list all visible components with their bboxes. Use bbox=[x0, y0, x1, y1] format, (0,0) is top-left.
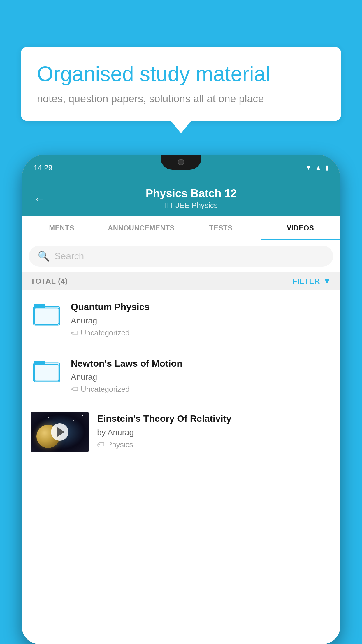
svg-rect-5 bbox=[34, 365, 59, 381]
search-bar-container: 🔍 Search bbox=[22, 240, 340, 272]
video-author: Anurag bbox=[71, 372, 331, 382]
tag-label: Uncategorized bbox=[81, 328, 130, 337]
phone-screen: 14:29 ▼ ▲ ▮ ← Physics Batch 12 IIT JEE P… bbox=[22, 155, 340, 644]
video-info: Quantum Physics Anurag 🏷 Uncategorized bbox=[71, 300, 331, 337]
search-placeholder: Search bbox=[55, 251, 84, 262]
filter-button[interactable]: FILTER ▼ bbox=[292, 276, 331, 286]
total-count: TOTAL (4) bbox=[31, 277, 68, 286]
phone-frame: 14:29 ▼ ▲ ▮ ← Physics Batch 12 IIT JEE P… bbox=[22, 155, 340, 644]
search-bar[interactable]: 🔍 Search bbox=[29, 246, 333, 267]
bubble-title: Organised study material bbox=[37, 61, 325, 86]
speech-bubble: Organised study material notes, question… bbox=[21, 47, 341, 121]
header-title-block: Physics Batch 12 IIT JEE Physics bbox=[54, 187, 328, 210]
video-tag: 🏷 Physics bbox=[97, 440, 331, 449]
svg-rect-2 bbox=[34, 308, 59, 324]
tabs-bar: MENTS ANNOUNCEMENTS TESTS VIDEOS bbox=[22, 216, 340, 240]
app-header: ← Physics Batch 12 IIT JEE Physics bbox=[22, 181, 340, 216]
status-icons: ▼ ▲ ▮ bbox=[305, 164, 328, 172]
video-tag: 🏷 Uncategorized bbox=[71, 328, 331, 337]
video-title: Einstein's Theory Of Relativity bbox=[97, 413, 331, 425]
camera bbox=[178, 159, 184, 165]
battery-icon: ▮ bbox=[325, 164, 328, 172]
tab-ments[interactable]: MENTS bbox=[22, 216, 101, 240]
signal-icon: ▲ bbox=[315, 164, 321, 172]
video-author: Anurag bbox=[71, 316, 331, 326]
tag-label: Physics bbox=[107, 440, 133, 449]
status-bar: 14:29 ▼ ▲ ▮ bbox=[22, 155, 340, 181]
list-item[interactable]: Einstein's Theory Of Relativity by Anura… bbox=[22, 403, 340, 461]
list-item[interactable]: Quantum Physics Anurag 🏷 Uncategorized bbox=[22, 290, 340, 347]
video-info: Einstein's Theory Of Relativity by Anura… bbox=[97, 412, 331, 449]
list-item[interactable]: Newton's Laws of Motion Anurag 🏷 Uncateg… bbox=[22, 347, 340, 404]
play-triangle-icon bbox=[57, 427, 65, 437]
filter-label: FILTER bbox=[292, 277, 320, 286]
tab-announcements[interactable]: ANNOUNCEMENTS bbox=[101, 216, 181, 240]
status-time: 14:29 bbox=[34, 163, 52, 172]
video-title: Newton's Laws of Motion bbox=[71, 358, 331, 370]
video-author: by Anurag bbox=[97, 428, 331, 437]
video-title: Quantum Physics bbox=[71, 301, 331, 313]
play-button[interactable] bbox=[51, 423, 68, 441]
tab-tests[interactable]: TESTS bbox=[181, 216, 261, 240]
filter-icon: ▼ bbox=[323, 276, 331, 286]
notch bbox=[161, 155, 201, 170]
star bbox=[73, 420, 74, 421]
video-tag: 🏷 Uncategorized bbox=[71, 385, 331, 394]
search-icon: 🔍 bbox=[38, 250, 50, 262]
tag-icon: 🏷 bbox=[71, 385, 78, 394]
back-button[interactable]: ← bbox=[34, 192, 45, 205]
header-title: Physics Batch 12 bbox=[54, 187, 328, 200]
video-info: Newton's Laws of Motion Anurag 🏷 Uncateg… bbox=[71, 356, 331, 394]
tag-icon: 🏷 bbox=[71, 328, 78, 337]
screen-content: 🔍 Search TOTAL (4) FILTER ▼ bbox=[22, 240, 340, 644]
tag-label: Uncategorized bbox=[81, 385, 130, 394]
star bbox=[48, 417, 49, 418]
tag-icon: 🏷 bbox=[97, 440, 105, 449]
wifi-icon: ▼ bbox=[305, 164, 312, 172]
video-list: Quantum Physics Anurag 🏷 Uncategorized bbox=[22, 290, 340, 644]
video-thumbnail bbox=[31, 412, 89, 452]
header-subtitle: IIT JEE Physics bbox=[54, 201, 328, 210]
star bbox=[82, 415, 83, 416]
folder-thumbnail bbox=[31, 300, 63, 326]
bubble-subtitle: notes, question papers, solutions all at… bbox=[37, 93, 325, 105]
tab-videos[interactable]: VIDEOS bbox=[261, 216, 340, 240]
filter-bar: TOTAL (4) FILTER ▼ bbox=[22, 272, 340, 290]
folder-thumbnail bbox=[31, 356, 63, 383]
